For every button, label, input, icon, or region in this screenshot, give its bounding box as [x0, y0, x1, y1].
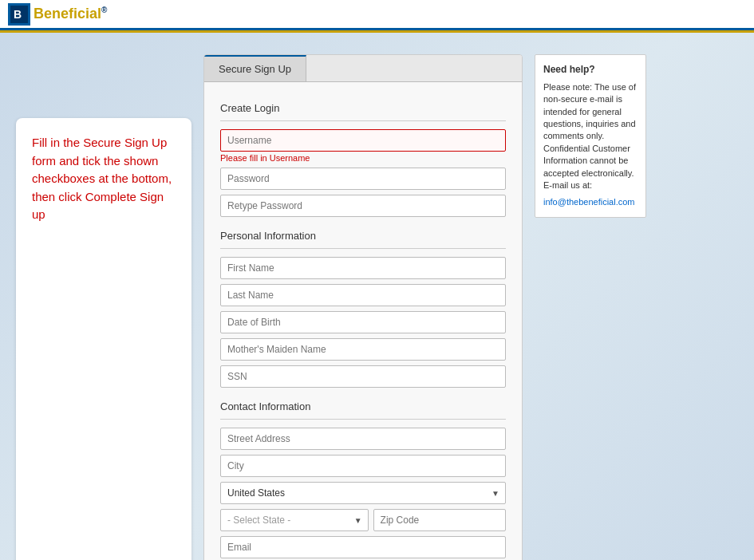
last-name-input[interactable] [220, 284, 506, 306]
email-input[interactable] [220, 536, 506, 558]
country-select[interactable]: United States [220, 482, 506, 504]
state-select-wrapper: - Select State - [220, 509, 369, 531]
tab-secure-signup[interactable]: Secure Sign Up [204, 55, 306, 81]
username-input[interactable] [220, 129, 506, 152]
dob-input[interactable] [220, 311, 506, 333]
help-text: Please note: The use of non-secure e-mai… [543, 81, 638, 192]
password-input[interactable] [220, 168, 506, 190]
help-box: Need help? Please note: The use of non-s… [535, 54, 646, 218]
instruction-text: Fill in the Secure Sign Up form and tick… [32, 134, 176, 224]
form-tab: Secure Sign Up [204, 55, 522, 82]
city-input[interactable] [220, 455, 506, 477]
create-login-header: Create Login [220, 102, 506, 114]
street-address-input[interactable] [220, 428, 506, 450]
help-title: Need help? [543, 63, 638, 77]
personal-info-divider [220, 248, 506, 249]
mothers-maiden-input[interactable] [220, 338, 506, 361]
username-error: Please fill in Username [220, 153, 506, 163]
help-email-link[interactable]: info@thebeneficial.com [543, 197, 635, 207]
svg-text:B: B [14, 8, 22, 21]
instruction-box: Fill in the Secure Sign Up form and tick… [16, 118, 191, 560]
country-select-wrapper: United States [220, 482, 506, 504]
signup-form: Secure Sign Up Create Login Please fill … [203, 54, 523, 560]
logo: B Beneficial® [8, 3, 107, 26]
logo-icon: B [8, 3, 30, 26]
contact-info-header: Contact Information [220, 400, 506, 412]
personal-info-header: Personal Information [220, 230, 506, 242]
create-login-divider [220, 120, 506, 121]
logo-text: Beneficial® [34, 6, 107, 22]
state-select[interactable]: - Select State - [220, 509, 369, 531]
state-zip-row: - Select State - [220, 509, 506, 531]
first-name-input[interactable] [220, 257, 506, 279]
contact-info-divider [220, 419, 506, 420]
retype-password-input[interactable] [220, 195, 506, 217]
header: B Beneficial® [0, 0, 754, 30]
zip-input[interactable] [373, 509, 506, 531]
form-body: Create Login Please fill in Username Per… [204, 82, 522, 560]
ssn-input[interactable] [220, 365, 506, 388]
